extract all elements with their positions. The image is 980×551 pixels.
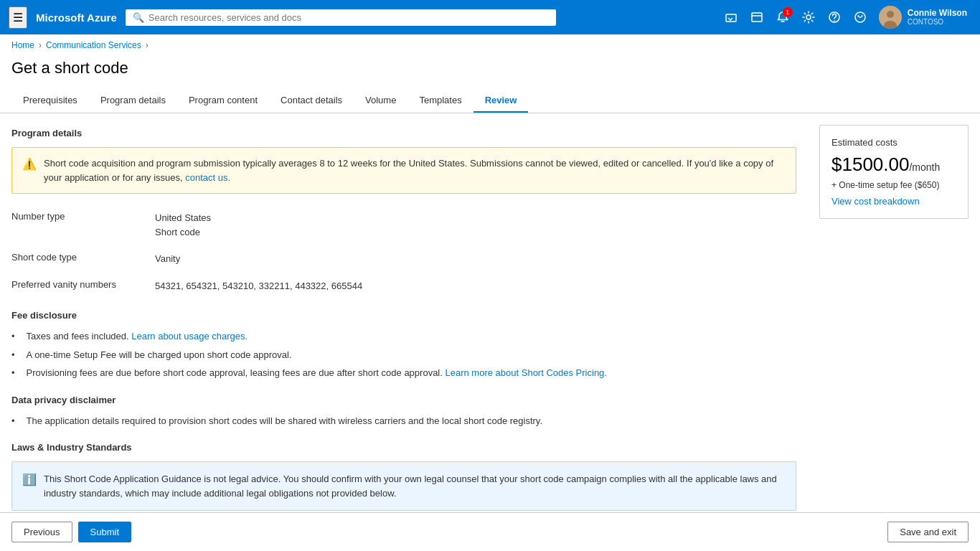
short-codes-pricing-link[interactable]: Learn more about Short Codes Pricing. — [446, 367, 607, 378]
wizard-tabs: Prerequisites Program details Program co… — [0, 89, 980, 113]
svg-point-4 — [806, 15, 811, 19]
number-type-value: United States Short code — [155, 208, 796, 242]
user-name: Connie Wilson — [908, 8, 967, 18]
privacy-item-1-text: The application details required to prov… — [27, 414, 542, 428]
breadcrumb-sep-2: › — [146, 40, 149, 50]
svg-rect-1 — [752, 13, 762, 22]
usage-charges-link[interactable]: Learn about usage charges. — [131, 331, 248, 342]
app-logo: Microsoft Azure — [36, 11, 117, 24]
tab-review[interactable]: Review — [473, 89, 529, 113]
fee-item-3: Provisioning fees are due before short c… — [11, 366, 796, 380]
search-bar: 🔍 — [126, 9, 556, 26]
tab-program-content[interactable]: Program content — [177, 89, 269, 113]
previous-button[interactable]: Previous — [11, 522, 72, 542]
number-type-label: Number type — [11, 208, 155, 242]
avatar — [879, 6, 902, 29]
info-icon: ℹ️ — [22, 473, 37, 500]
short-code-type-value: Vanity — [155, 249, 796, 269]
fee-item-1: Taxes and fees included. Learn about usa… — [11, 329, 796, 344]
svg-point-9 — [861, 15, 862, 17]
notification-badge: 1 — [783, 7, 793, 17]
fee-disclosure-section: Fee disclosure Taxes and fees included. … — [11, 310, 796, 380]
user-menu[interactable]: Connie Wilson CONTOSO — [875, 6, 971, 29]
cost-period: /month — [909, 161, 940, 173]
warning-text: Short code acquisition and program submi… — [44, 156, 786, 184]
view-cost-breakdown-link[interactable]: View cost breakdown — [831, 196, 956, 207]
tab-volume[interactable]: Volume — [354, 89, 407, 113]
laws-heading: Laws & Industry Standards — [11, 442, 796, 453]
cost-card: Estimated costs $1500.00/month + One-tim… — [819, 125, 969, 219]
content-area: Program details ⚠️ Short code acquisitio… — [0, 113, 808, 512]
notifications-icon[interactable]: 1 — [771, 6, 794, 29]
page-title: Get a short code — [0, 56, 980, 89]
fee-item-3-text: Provisioning fees are due before short c… — [27, 366, 607, 380]
privacy-item-1: The application details required to prov… — [11, 414, 796, 428]
search-input[interactable] — [149, 12, 549, 23]
directory-icon[interactable] — [745, 6, 768, 29]
breadcrumb-sep-1: › — [39, 40, 42, 50]
estimated-costs-label: Estimated costs — [831, 137, 956, 148]
user-info: Connie Wilson CONTOSO — [908, 8, 967, 27]
details-grid: Number type United States Short code Sho… — [11, 208, 796, 296]
nav-icons: 1 Connie Wilson CONTOSO — [720, 6, 971, 29]
sidebar: Estimated costs $1500.00/month + One-tim… — [808, 113, 980, 512]
vanity-numbers-label: Preferred vanity numbers — [11, 276, 155, 296]
privacy-list: The application details required to prov… — [11, 414, 796, 428]
bottom-bar: Previous Submit Save and exit — [0, 512, 980, 551]
save-and-exit-button[interactable]: Save and exit — [887, 522, 969, 542]
main-content: Program details ⚠️ Short code acquisitio… — [0, 113, 980, 512]
laws-section: Laws & Industry Standards ℹ️ This Short … — [11, 442, 796, 511]
svg-point-8 — [857, 15, 859, 17]
fee-list: Taxes and fees included. Learn about usa… — [11, 329, 796, 380]
settings-icon[interactable] — [797, 6, 820, 29]
short-code-type-label: Short code type — [11, 249, 155, 269]
fee-item-2: A one-time Setup Fee will be charged upo… — [11, 348, 796, 362]
breadcrumb: Home › Communication Services › — [0, 34, 980, 56]
tab-contact-details[interactable]: Contact details — [269, 89, 354, 113]
warning-box: ⚠️ Short code acquisition and program su… — [11, 147, 796, 194]
tab-prerequisites[interactable]: Prerequisites — [11, 89, 89, 113]
svg-point-6 — [834, 20, 835, 22]
warning-icon: ⚠️ — [22, 157, 37, 184]
feedback-icon[interactable] — [849, 6, 872, 29]
cost-amount-row: $1500.00/month — [831, 154, 956, 176]
contact-us-link[interactable]: contact us. — [185, 172, 230, 183]
breadcrumb-service[interactable]: Communication Services — [46, 40, 141, 50]
top-navigation: ☰ Microsoft Azure 🔍 1 Connie — [0, 0, 980, 34]
help-icon[interactable] — [823, 6, 846, 29]
info-text: This Short Code Application Guidance is … — [44, 472, 786, 500]
fee-item-2-text: A one-time Setup Fee will be charged upo… — [27, 348, 292, 362]
data-privacy-section: Data privacy disclaimer The application … — [11, 395, 796, 428]
user-org: CONTOSO — [908, 18, 967, 27]
search-icon: 🔍 — [133, 12, 144, 23]
data-privacy-heading: Data privacy disclaimer — [11, 395, 796, 405]
fee-item-1-text: Taxes and fees included. Learn about usa… — [27, 329, 248, 344]
tab-program-details[interactable]: Program details — [89, 89, 177, 113]
cloud-shell-icon[interactable] — [720, 6, 743, 29]
breadcrumb-home[interactable]: Home — [11, 40, 34, 50]
submit-button[interactable]: Submit — [78, 522, 131, 542]
hamburger-menu[interactable]: ☰ — [9, 6, 27, 29]
vanity-numbers-value: 54321, 654321, 543210, 332211, 443322, 6… — [155, 276, 796, 296]
fee-disclosure-heading: Fee disclosure — [11, 310, 796, 321]
info-box: ℹ️ This Short Code Application Guidance … — [11, 461, 796, 511]
svg-rect-0 — [726, 14, 736, 22]
svg-point-11 — [887, 11, 894, 18]
cost-amount: $1500.00 — [831, 154, 909, 175]
program-details-heading: Program details — [11, 128, 796, 138]
bottom-left-actions: Previous Submit — [11, 522, 131, 542]
cost-setup: + One-time setup fee ($650) — [831, 180, 956, 190]
tab-templates[interactable]: Templates — [407, 89, 473, 113]
